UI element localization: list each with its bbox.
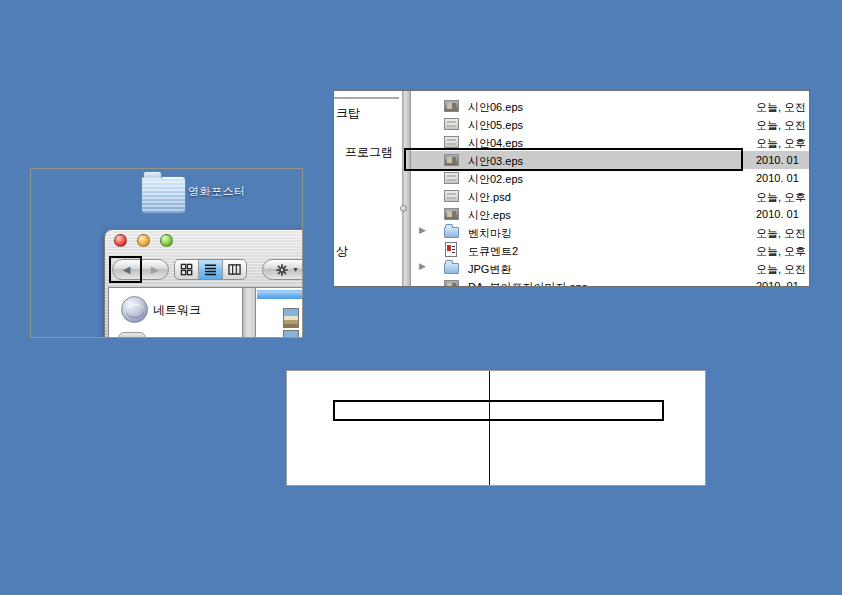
minimize-button[interactable] (137, 234, 150, 247)
folder-icon (444, 263, 459, 274)
file-date: 오늘, 오전 (756, 118, 810, 133)
center-guide-line (489, 371, 490, 485)
finder-window: ◀ ▶ (104, 229, 303, 338)
sidebar-separator (334, 97, 399, 99)
file-name: 시안02.eps (468, 172, 523, 187)
table-row[interactable]: DA_붙어표지이미지.eps 2010. 01 (411, 277, 810, 287)
eps-file-icon (444, 136, 459, 148)
disclosure-triangle-icon[interactable]: ▶ (419, 261, 426, 271)
table-row[interactable]: ▶ 벤치마킹 오늘, 오전 (411, 223, 810, 241)
table-row[interactable]: 도큐멘트2 오늘, 오후 (411, 241, 810, 259)
divider-grab-knob[interactable] (400, 205, 407, 212)
table-row[interactable]: 시안.eps 2010. 01 (411, 205, 810, 223)
file-name: DA_붙어표지이미지.eps (468, 280, 587, 287)
file-list: 시안06.eps 오늘, 오전 시안05.eps 오늘, 오전 시안04.eps… (411, 91, 810, 286)
file-date: 오늘, 오후 (756, 190, 810, 205)
zoom-button[interactable] (160, 234, 173, 247)
sidebar-item-desktop[interactable]: 크탑 (336, 105, 360, 122)
list-view-icon (204, 263, 217, 276)
eps-file-icon (444, 172, 459, 184)
file-date: 오늘, 오후 (756, 136, 810, 151)
close-button[interactable] (114, 234, 127, 247)
chevron-down-icon: ▼ (292, 266, 299, 273)
eps-file-icon (444, 280, 459, 287)
eps-file-icon (444, 118, 459, 130)
column-header-bar[interactable] (257, 290, 303, 299)
finder-screenshot-fragment: 영화포스터 ◀ ▶ (30, 168, 303, 338)
table-row[interactable]: 시안06.eps 오늘, 오전 (411, 97, 810, 115)
table-row[interactable]: ▶ JPG변환 오늘, 오전 (411, 259, 810, 277)
file-date: 오늘, 오전 (756, 226, 810, 241)
file-date: 2010. 01 (756, 208, 810, 220)
pane-divider[interactable] (243, 287, 255, 338)
eps-file-icon (444, 100, 459, 112)
finder-sidebar: 네트워크 (108, 287, 243, 338)
selected-file-highlight-box (404, 148, 743, 171)
eps-file-icon (444, 208, 459, 220)
sidebar-item-applications[interactable]: 프로그램 (345, 144, 393, 161)
sidebar-item-network[interactable]: 네트워크 (153, 302, 201, 319)
folder-icon (444, 227, 459, 238)
image-thumbnail[interactable] (283, 330, 299, 338)
canvas-fragment (286, 370, 706, 486)
back-button-highlight-box (109, 256, 142, 283)
sidebar-divider[interactable] (402, 91, 411, 286)
file-date: 오늘, 오전 (756, 262, 810, 277)
view-mode-segmented-control (174, 259, 247, 280)
forward-button[interactable]: ▶ (141, 260, 168, 279)
disclosure-triangle-icon[interactable]: ▶ (419, 225, 426, 235)
table-row[interactable]: 시안02.eps 2010. 01 (411, 169, 810, 187)
network-globe-icon (121, 296, 148, 323)
file-list-screenshot-fragment: 크탑 프로그램 상 시안06.eps 오늘, 오전 시안05.eps 오늘, 오… (333, 90, 810, 287)
file-list-sidebar: 크탑 프로그램 상 (334, 91, 402, 286)
table-row[interactable]: 시안05.eps 오늘, 오전 (411, 115, 810, 133)
desktop-folder-icon[interactable] (141, 176, 186, 214)
file-name: 시안06.eps (468, 100, 523, 115)
sidebar-item-partial[interactable]: 상 (336, 243, 348, 260)
psd-file-icon (444, 190, 459, 202)
file-date: 2010. 01 (756, 172, 810, 184)
file-name: JPG변환 (468, 262, 511, 277)
desktop-folder-label[interactable]: 영화포스터 (188, 184, 246, 199)
file-name: 시안.eps (468, 208, 511, 223)
file-date: 오늘, 오전 (756, 100, 810, 115)
icon-view-button[interactable] (175, 260, 198, 279)
desktop: 영화포스터 ◀ ▶ (0, 0, 842, 595)
column-view-icon (228, 263, 241, 276)
list-view-button[interactable] (198, 260, 222, 279)
image-thumbnail[interactable] (283, 308, 299, 328)
table-row[interactable]: 시안.psd 오늘, 오후 (411, 187, 810, 205)
document-icon (445, 242, 457, 257)
file-date: 2010. 01 (756, 154, 810, 166)
file-name: 도큐멘트2 (468, 244, 518, 259)
finder-content-pane (255, 287, 303, 338)
text-box-outline (333, 400, 664, 421)
icon-view-icon (180, 263, 193, 276)
file-name: 시안05.eps (468, 118, 523, 133)
column-view-button[interactable] (222, 260, 246, 279)
file-name: 벤치마킹 (468, 226, 512, 241)
action-menu-button[interactable]: ▼ (262, 259, 303, 280)
file-name: 시안.psd (468, 190, 511, 205)
disk-icon[interactable] (118, 332, 146, 338)
file-date: 오늘, 오후 (756, 244, 810, 259)
gear-icon (275, 263, 289, 277)
file-date: 2010. 01 (756, 280, 810, 287)
